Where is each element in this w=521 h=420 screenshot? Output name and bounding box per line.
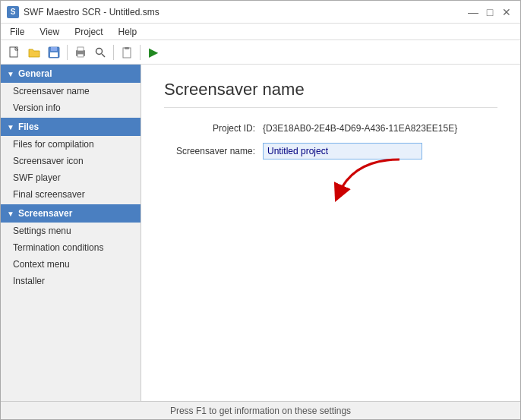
- sidebar-item-screensaver-icon[interactable]: Screensaver icon: [1, 153, 141, 169]
- svg-point-8: [96, 48, 103, 54]
- svg-rect-3: [51, 47, 57, 51]
- screensaver-name-input[interactable]: [263, 143, 422, 159]
- close-button[interactable]: ✕: [499, 5, 514, 20]
- project-id-row: Project ID: {D3E18AB0-2E4B-4D69-A436-11E…: [164, 123, 497, 134]
- window-title: SWF Maestro SCR - Untitled.sms: [24, 7, 159, 17]
- sidebar-item-screensaver-name[interactable]: Screensaver name: [1, 83, 141, 99]
- project-id-label: Project ID:: [164, 123, 263, 134]
- toolbar: ▶: [1, 40, 520, 65]
- menu-bar: File View Project Help: [1, 24, 520, 40]
- svg-line-9: [102, 54, 105, 57]
- menu-view[interactable]: View: [33, 25, 65, 39]
- sidebar-section-files: ▼ Files Files for compilation Screensave…: [1, 118, 141, 203]
- sidebar-files-label: Files: [18, 122, 39, 132]
- toolbar-print[interactable]: [71, 43, 90, 62]
- minimize-button[interactable]: —: [466, 5, 481, 20]
- screensaver-collapse-icon: ▼: [7, 210, 14, 218]
- window-controls: — □ ✕: [466, 5, 514, 20]
- sidebar: ▼ General Screensaver name Version info …: [1, 65, 141, 401]
- sidebar-item-context-menu[interactable]: Context menu: [1, 256, 141, 273]
- title-bar: S SWF Maestro SCR - Untitled.sms — □ ✕: [1, 1, 520, 24]
- toolbar-search[interactable]: [91, 43, 109, 62]
- general-collapse-icon: ▼: [7, 70, 14, 78]
- menu-help[interactable]: Help: [112, 25, 144, 39]
- arrow-annotation: [316, 152, 407, 213]
- sidebar-item-final-screensaver[interactable]: Final screensaver: [1, 186, 141, 203]
- main-area: ▼ General Screensaver name Version info …: [1, 65, 520, 401]
- toolbar-sep-2: [113, 45, 114, 60]
- status-bar: Press F1 to get information on these set…: [1, 401, 520, 419]
- title-bar-left: S SWF Maestro SCR - Untitled.sms: [7, 6, 159, 18]
- svg-rect-11: [125, 47, 129, 49]
- sidebar-general-label: General: [18, 68, 52, 79]
- screensaver-name-row: Screensaver name:: [164, 143, 497, 159]
- app-icon: S: [7, 6, 19, 18]
- sidebar-item-version-info[interactable]: Version info: [1, 99, 141, 116]
- toolbar-save[interactable]: [45, 43, 63, 62]
- svg-rect-7: [77, 54, 84, 57]
- status-text: Press F1 to get information on these set…: [170, 406, 351, 416]
- sidebar-item-termination-conditions[interactable]: Termination conditions: [1, 239, 141, 256]
- main-window: S SWF Maestro SCR - Untitled.sms — □ ✕ F…: [0, 0, 521, 420]
- sidebar-item-settings-menu[interactable]: Settings menu: [1, 223, 141, 239]
- files-collapse-icon: ▼: [7, 123, 14, 131]
- sidebar-header-files[interactable]: ▼ Files: [1, 118, 141, 136]
- sidebar-section-screensaver: ▼ Screensaver Settings menu Termination …: [1, 204, 141, 289]
- menu-file[interactable]: File: [4, 25, 30, 39]
- toolbar-sep-1: [67, 45, 68, 60]
- sidebar-header-screensaver[interactable]: ▼ Screensaver: [1, 204, 141, 223]
- toolbar-clipboard[interactable]: [118, 43, 136, 62]
- screensaver-name-label: Screensaver name:: [164, 146, 263, 156]
- sidebar-section-general: ▼ General Screensaver name Version info: [1, 65, 141, 116]
- toolbar-open[interactable]: [25, 43, 43, 62]
- sidebar-screensaver-label: Screensaver: [18, 208, 72, 219]
- sidebar-header-general[interactable]: ▼ General: [1, 65, 141, 83]
- toolbar-new[interactable]: [5, 43, 24, 62]
- content-area: Screensaver name Project ID: {D3E18AB0-2…: [141, 65, 520, 401]
- sidebar-item-files-for-compilation[interactable]: Files for compilation: [1, 136, 141, 153]
- menu-project[interactable]: Project: [68, 25, 109, 39]
- sidebar-item-swf-player[interactable]: SWF player: [1, 169, 141, 186]
- svg-rect-6: [77, 47, 84, 51]
- maximize-button[interactable]: □: [482, 5, 497, 20]
- toolbar-run[interactable]: ▶: [144, 43, 163, 62]
- svg-rect-4: [50, 52, 58, 57]
- page-title: Screensaver name: [164, 80, 497, 108]
- project-id-value: {D3E18AB0-2E4B-4D69-A436-11EA823EE15E}: [263, 123, 457, 134]
- toolbar-sep-3: [140, 45, 141, 60]
- sidebar-item-installer[interactable]: Installer: [1, 273, 141, 289]
